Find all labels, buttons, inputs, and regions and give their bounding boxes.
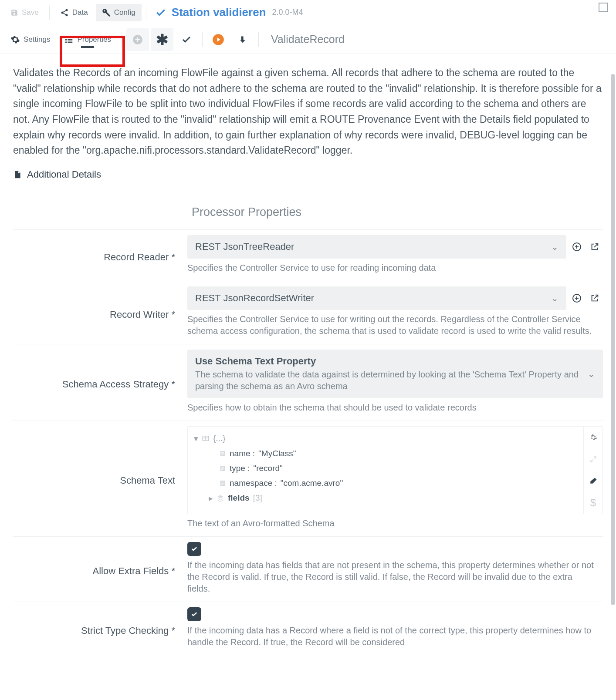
- flow-title: Station validieren: [172, 6, 266, 19]
- settings-tab[interactable]: Settings: [4, 30, 56, 50]
- note-icon: [219, 465, 226, 472]
- save-icon: [10, 9, 18, 17]
- prop-help: Specifies the Controller Service to use …: [187, 313, 603, 337]
- dollar-icon: $: [590, 497, 596, 509]
- table-icon: [202, 434, 210, 442]
- asterisk-icon: ✱: [156, 31, 168, 48]
- tree-count: [3]: [253, 493, 262, 503]
- prop-row-record-reader: Record Reader * REST JsonTreeReader ⌄ Sp…: [13, 229, 603, 281]
- chevron-down-icon: ⌄: [551, 242, 558, 252]
- add-service-button[interactable]: [572, 242, 585, 252]
- schema-variables-button[interactable]: $: [584, 492, 602, 514]
- schema-erase-button[interactable]: [584, 470, 602, 492]
- config-toolbar: Settings Properties ✱ ValidateRecord: [0, 25, 616, 54]
- list-icon: [64, 35, 74, 44]
- goto-service-button[interactable]: [590, 242, 603, 252]
- properties-label: Properties: [77, 35, 111, 44]
- save-label: Save: [22, 8, 39, 17]
- check-icon: [190, 610, 198, 618]
- allow-extra-checkbox[interactable]: [187, 542, 201, 556]
- svg-rect-6: [68, 39, 73, 40]
- tree-key: type :: [230, 464, 250, 473]
- schema-strategy-select[interactable]: Use Schema Text Property The schema to v…: [187, 350, 603, 398]
- additional-details-link[interactable]: Additional Details: [13, 169, 603, 180]
- scrollbar[interactable]: [611, 74, 615, 605]
- select-description: The schema to validate the data against …: [195, 369, 582, 392]
- prop-label: Schema Access Strategy *: [13, 373, 187, 390]
- caret-down-icon[interactable]: ▾: [194, 434, 198, 444]
- prop-row-strict-type: Strict Type Checking * If the incoming d…: [13, 602, 603, 655]
- prop-help: If the incoming data has a Record where …: [187, 625, 603, 648]
- prop-label: Record Reader *: [13, 246, 187, 263]
- settings-label: Settings: [24, 35, 50, 44]
- svg-rect-7: [65, 41, 67, 43]
- required-button[interactable]: ✱: [151, 28, 173, 51]
- select-value: Use Schema Text Property: [195, 356, 582, 367]
- add-service-button[interactable]: [572, 293, 585, 303]
- tree-key: namespace :: [230, 478, 277, 488]
- svg-point-1: [61, 11, 63, 13]
- content: Validates the Records of an incoming Flo…: [0, 54, 616, 655]
- external-link-icon: [590, 242, 599, 252]
- run-button[interactable]: [207, 28, 230, 51]
- document-icon: [13, 169, 22, 180]
- schema-tree: ▾ {...} name : "MyClass" type : "record": [188, 427, 583, 514]
- active-indicator: [81, 46, 94, 48]
- separator: [146, 6, 146, 20]
- tree-key: name :: [230, 449, 255, 458]
- config-button[interactable]: Config: [96, 4, 142, 21]
- prop-row-schema-strategy: Schema Access Strategy * Use Schema Text…: [13, 344, 603, 421]
- goto-service-button[interactable]: [590, 293, 603, 303]
- window-maximize-icon[interactable]: [599, 3, 608, 12]
- plus-circle-icon: [132, 34, 143, 45]
- separator: [122, 32, 122, 47]
- schema-toolbar: $: [583, 427, 602, 514]
- chevron-down-icon: ⌄: [588, 369, 595, 379]
- caret-right-icon[interactable]: ▸: [209, 493, 213, 503]
- select-value: REST JsonTreeReader: [195, 241, 294, 252]
- top-toolbar: Save Data Config Station validieren 2.0.…: [0, 0, 616, 25]
- eraser-icon: [589, 477, 598, 485]
- tree-value: "com.acme.avro": [281, 478, 343, 488]
- properties-tab[interactable]: Properties: [58, 30, 117, 50]
- separator: [202, 32, 203, 47]
- record-writer-select[interactable]: REST JsonRecordSetWriter ⌄: [187, 286, 566, 310]
- prop-row-schema-text: Schema Text ▾ {...} name : "MyClass": [13, 421, 603, 536]
- tree-root: {...}: [213, 434, 226, 443]
- properties-header: Processor Properties: [192, 205, 603, 219]
- wrench-icon: [102, 8, 111, 17]
- expand-icon: [589, 455, 597, 463]
- additional-details-label: Additional Details: [27, 169, 101, 180]
- processor-description: Validates the Records of an incoming Flo…: [13, 65, 603, 158]
- prop-label: Strict Type Checking *: [13, 619, 187, 636]
- prop-label: Schema Text: [13, 469, 187, 486]
- plus-circle-outline-icon: [572, 242, 582, 252]
- svg-rect-4: [68, 37, 73, 38]
- schema-expand-button[interactable]: [584, 448, 602, 470]
- prop-row-record-writer: Record Writer * REST JsonRecordSetWriter…: [13, 281, 603, 344]
- arrow-down-icon: [238, 34, 247, 45]
- save-button: Save: [4, 4, 45, 21]
- add-button[interactable]: [126, 28, 149, 51]
- separator: [49, 6, 50, 20]
- schema-text-editor[interactable]: ▾ {...} name : "MyClass" type : "record": [187, 426, 603, 514]
- tree-fields: fields: [228, 493, 250, 503]
- validate-button[interactable]: [175, 28, 198, 51]
- svg-rect-5: [65, 39, 67, 40]
- note-icon: [219, 480, 226, 487]
- play-circle-icon: [212, 34, 224, 46]
- data-button[interactable]: Data: [54, 4, 94, 21]
- tree-value: "MyClass": [258, 449, 296, 458]
- schema-settings-button[interactable]: [584, 427, 602, 448]
- note-icon: [219, 450, 226, 457]
- prop-help: The text of an Avro-formatted Schema: [187, 518, 603, 529]
- share-icon: [60, 8, 69, 17]
- prop-label: Allow Extra Fields *: [13, 559, 187, 577]
- tree-value: "record": [253, 464, 282, 473]
- step-button[interactable]: [231, 28, 254, 51]
- check-icon: [155, 7, 166, 18]
- strict-type-checkbox[interactable]: [187, 607, 201, 621]
- config-label: Config: [114, 8, 135, 17]
- chevron-down-icon: ⌄: [551, 293, 558, 303]
- record-reader-select[interactable]: REST JsonTreeReader ⌄: [187, 235, 566, 259]
